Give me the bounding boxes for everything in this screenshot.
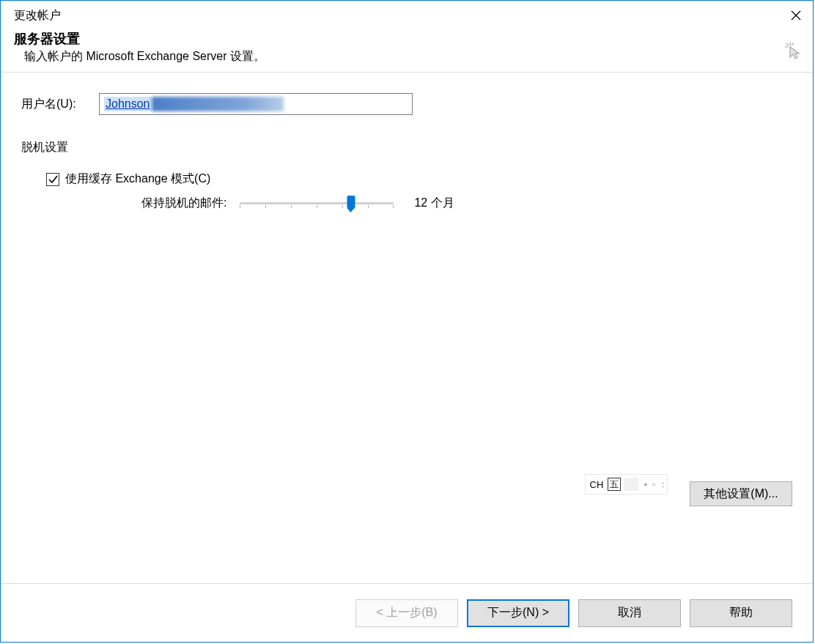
slider-label: 保持脱机的邮件: <box>141 196 226 211</box>
svg-line-5 <box>792 43 794 45</box>
close-button[interactable] <box>779 4 813 27</box>
ime-spacer <box>624 478 638 491</box>
header-title: 服务器设置 <box>14 30 800 48</box>
titlebar: 更改帐户 <box>1 1 813 30</box>
cache-mode-checkbox[interactable] <box>46 173 59 186</box>
more-settings-row: 其他设置(M)... <box>690 481 792 506</box>
footer-buttons: < 上一步(B) 下一步(N) > 取消 帮助 <box>1 583 813 642</box>
offline-section-label: 脱机设置 <box>21 140 792 155</box>
username-label: 用户名(U): <box>21 97 99 112</box>
slider-value-text: 12 个月 <box>414 196 454 211</box>
header-section: 服务器设置 输入帐户的 Microsoft Exchange Server 设置… <box>1 30 813 73</box>
username-row: 用户名(U): Johnson <box>21 93 792 115</box>
more-settings-button[interactable]: 其他设置(M)... <box>690 481 792 506</box>
ime-lang[interactable]: CH <box>589 479 605 490</box>
offline-mail-slider-row: 保持脱机的邮件: 12 个月 <box>141 194 792 212</box>
slider-thumb[interactable] <box>347 196 355 209</box>
ime-dropdown-icon[interactable]: : <box>662 481 664 489</box>
cache-mode-row: 使用缓存 Exchange 模式(C) <box>46 171 792 187</box>
cursor-click-icon <box>783 41 803 62</box>
cancel-button[interactable]: 取消 <box>578 599 681 627</box>
offline-duration-slider[interactable] <box>240 194 394 212</box>
window-title: 更改帐户 <box>14 8 61 23</box>
body-area: 用户名(U): Johnson 脱机设置 使用缓存 Exchange 模式(C)… <box>1 73 813 583</box>
username-value: Johnson <box>104 97 152 111</box>
next-button[interactable]: 下一步(N) > <box>467 599 569 627</box>
help-button[interactable]: 帮助 <box>690 599 792 627</box>
check-icon <box>48 174 58 184</box>
slider-ticks <box>240 205 394 208</box>
back-button: < 上一步(B) <box>355 599 458 627</box>
username-input[interactable]: Johnson <box>99 93 413 115</box>
slider-track <box>240 202 394 204</box>
close-icon <box>791 10 801 21</box>
svg-line-4 <box>786 43 789 45</box>
ime-options-icon[interactable]: ▪ ▫ <box>641 479 659 489</box>
change-account-dialog: 更改帐户 服务器设置 输入帐户的 Microsoft Exchange Serv… <box>0 0 814 643</box>
username-redacted <box>152 97 284 111</box>
header-subtitle: 输入帐户的 Microsoft Exchange Server 设置。 <box>14 48 800 64</box>
ime-toolbar[interactable]: CH 五 ▪ ▫ : <box>585 474 668 495</box>
ime-mode[interactable]: 五 <box>608 478 621 491</box>
cache-mode-label: 使用缓存 Exchange 模式(C) <box>65 171 210 187</box>
